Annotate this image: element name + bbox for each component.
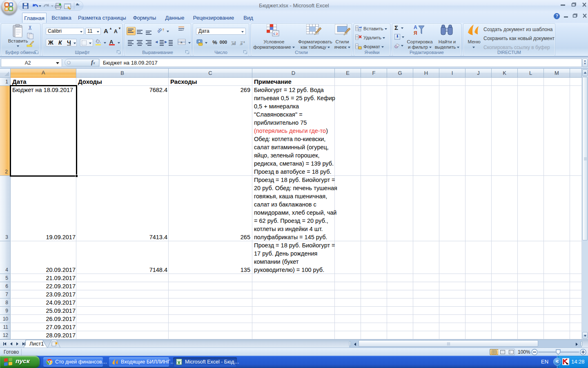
svg-text:А: А	[414, 25, 417, 30]
svg-text:≥: ≥	[276, 31, 278, 36]
svg-text:a: a	[180, 40, 183, 44]
svg-text:Я: Я	[414, 30, 417, 36]
svg-text:≤: ≤	[273, 31, 275, 36]
svg-text:?: ?	[556, 14, 558, 18]
